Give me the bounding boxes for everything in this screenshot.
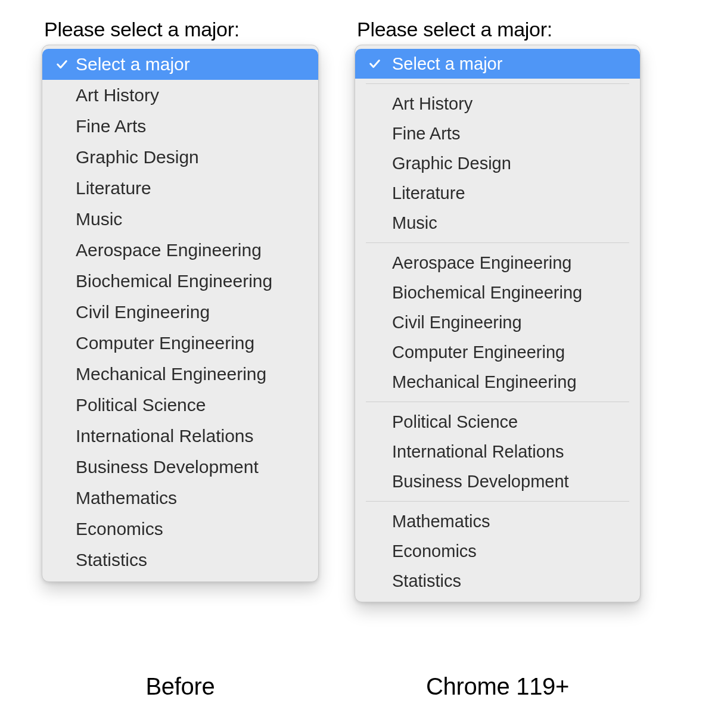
option-row[interactable]: International Relations: [42, 421, 318, 452]
option-row[interactable]: Computer Engineering: [42, 328, 318, 359]
before-caption: Before: [42, 673, 319, 700]
option-selected-placeholder[interactable]: Select a major: [355, 49, 640, 79]
option-label: Fine Arts: [76, 116, 307, 136]
option-label: Aerospace Engineering: [76, 240, 307, 260]
before-column: Please select a major: Select a major Ar…: [42, 18, 319, 582]
option-label: Biochemical Engineering: [76, 271, 307, 291]
before-prompt-label: Please select a major:: [44, 18, 240, 41]
after-select-popup[interactable]: Select a major Art History Fine Arts Gra…: [355, 45, 641, 602]
before-select-popup[interactable]: Select a major Art History Fine Arts Gra…: [42, 45, 319, 582]
option-label: Graphic Design: [76, 147, 307, 167]
group-separator: [366, 83, 629, 84]
option-row[interactable]: Fine Arts: [355, 119, 640, 148]
option-label: Mathematics: [392, 512, 629, 531]
option-row[interactable]: Mathematics: [42, 483, 318, 514]
option-label: Civil Engineering: [76, 302, 307, 322]
option-row[interactable]: Mechanical Engineering: [42, 359, 318, 390]
option-row[interactable]: International Relations: [355, 437, 640, 466]
option-label: International Relations: [76, 426, 307, 446]
option-selected-placeholder[interactable]: Select a major: [42, 49, 318, 80]
option-label: Biochemical Engineering: [392, 283, 629, 303]
checkmark-icon: [55, 58, 76, 71]
option-label: Economics: [392, 542, 629, 561]
option-label: Art History: [76, 85, 307, 105]
option-row[interactable]: Civil Engineering: [42, 297, 318, 328]
option-label: Music: [392, 213, 629, 233]
option-label: Music: [76, 209, 307, 229]
option-row[interactable]: Statistics: [355, 566, 640, 596]
after-prompt-label: Please select a major:: [357, 18, 552, 41]
option-row[interactable]: Economics: [42, 514, 318, 545]
option-row[interactable]: Music: [355, 208, 640, 238]
option-row[interactable]: Biochemical Engineering: [42, 266, 318, 297]
option-row[interactable]: Literature: [355, 178, 640, 208]
checkmark-icon: [368, 57, 392, 70]
option-label: Aerospace Engineering: [392, 253, 629, 273]
option-row[interactable]: Political Science: [42, 390, 318, 421]
option-label: Mathematics: [76, 488, 307, 508]
option-label: Civil Engineering: [392, 313, 629, 332]
option-row[interactable]: Political Science: [355, 407, 640, 437]
option-row[interactable]: Art History: [355, 89, 640, 119]
option-row[interactable]: Mathematics: [355, 506, 640, 536]
option-label: Statistics: [76, 550, 307, 570]
option-row[interactable]: Computer Engineering: [355, 337, 640, 367]
option-label: Art History: [392, 94, 629, 114]
option-row[interactable]: Mechanical Engineering: [355, 367, 640, 397]
option-label: Mechanical Engineering: [76, 364, 307, 384]
option-row[interactable]: Art History: [42, 80, 318, 111]
option-label: Select a major: [392, 54, 629, 74]
group-separator: [366, 402, 629, 402]
after-caption: Chrome 119+: [355, 673, 641, 700]
option-label: International Relations: [392, 442, 629, 462]
option-row[interactable]: Business Development: [42, 452, 318, 483]
group-separator: [366, 242, 629, 243]
after-column: Please select a major: Select a major Ar…: [355, 18, 641, 602]
option-label: Graphic Design: [392, 154, 629, 173]
option-row[interactable]: Statistics: [42, 545, 318, 575]
option-label: Literature: [76, 178, 307, 198]
option-row[interactable]: Fine Arts: [42, 111, 318, 142]
option-row[interactable]: Civil Engineering: [355, 307, 640, 337]
option-row[interactable]: Literature: [42, 173, 318, 204]
option-row[interactable]: Economics: [355, 536, 640, 566]
option-row[interactable]: Graphic Design: [355, 148, 640, 178]
option-label: Literature: [392, 183, 629, 203]
group-separator: [366, 501, 629, 502]
option-label: Mechanical Engineering: [392, 372, 629, 392]
option-label: Political Science: [76, 395, 307, 415]
option-row[interactable]: Business Development: [355, 466, 640, 496]
option-label: Computer Engineering: [76, 333, 307, 353]
option-row[interactable]: Aerospace Engineering: [355, 248, 640, 278]
option-label: Select a major: [76, 54, 307, 74]
option-label: Business Development: [76, 457, 307, 477]
option-label: Fine Arts: [392, 124, 629, 144]
option-row[interactable]: Graphic Design: [42, 142, 318, 173]
option-label: Economics: [76, 519, 307, 539]
option-label: Computer Engineering: [392, 343, 629, 362]
option-row[interactable]: Biochemical Engineering: [355, 278, 640, 307]
option-label: Statistics: [392, 571, 629, 591]
option-row[interactable]: Aerospace Engineering: [42, 235, 318, 266]
option-label: Business Development: [392, 472, 629, 491]
option-row[interactable]: Music: [42, 204, 318, 235]
option-label: Political Science: [392, 412, 629, 432]
